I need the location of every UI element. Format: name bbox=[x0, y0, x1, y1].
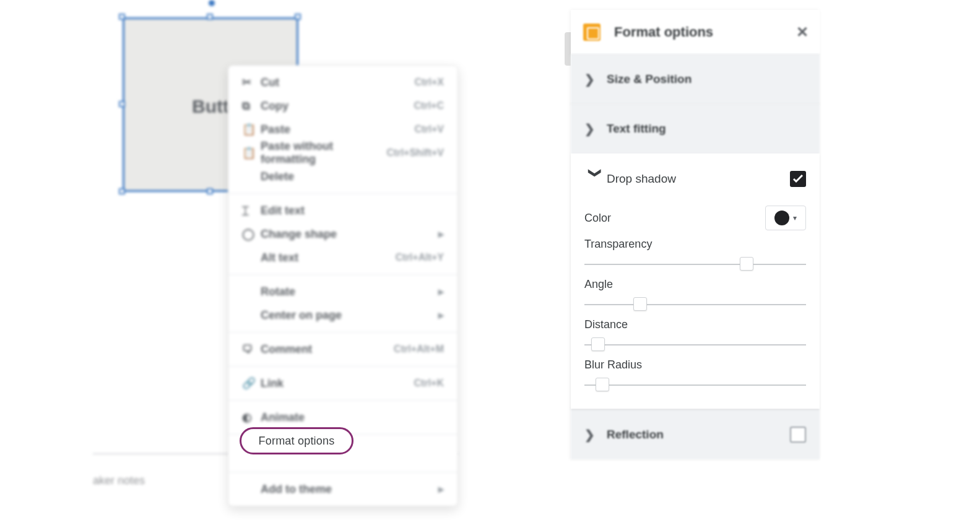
slider-label: Angle bbox=[584, 278, 806, 291]
color-swatch-circle bbox=[774, 211, 789, 225]
section-text-fitting[interactable]: ❯ Text fitting bbox=[571, 104, 820, 154]
menu-separator bbox=[228, 193, 457, 194]
menu-shortcut: Ctrl+Alt+M bbox=[394, 344, 444, 355]
menu-shortcut: Ctrl+K bbox=[414, 378, 444, 389]
slider-angle: Angle bbox=[584, 278, 806, 312]
resize-handle-w[interactable] bbox=[119, 101, 125, 107]
menu-separator bbox=[228, 274, 457, 275]
slider-thumb[interactable] bbox=[596, 378, 609, 391]
panel-drag-handle[interactable] bbox=[565, 32, 571, 66]
drop-shadow-toggle[interactable] bbox=[790, 171, 806, 187]
chevron-right-icon: ❯ bbox=[584, 427, 607, 442]
color-row: Color ▾ bbox=[584, 204, 806, 232]
rotation-handle[interactable] bbox=[209, 0, 215, 6]
section-label: Size & Position bbox=[607, 72, 806, 86]
paste-plain-icon: 📋 bbox=[242, 146, 261, 160]
speaker-notes-label: aker notes bbox=[93, 474, 145, 487]
menu-shortcut: Ctrl+V bbox=[414, 124, 444, 135]
animate-icon: ◐ bbox=[242, 411, 261, 424]
cut-icon: ✂ bbox=[242, 76, 261, 89]
slider-distance: Distance bbox=[584, 318, 806, 352]
slider-track[interactable] bbox=[584, 297, 806, 312]
section-label: Reflection bbox=[607, 428, 790, 441]
slider-label: Blur Radius bbox=[584, 358, 806, 371]
track-line bbox=[584, 344, 806, 345]
menu-item-edit-text[interactable]: ⌶ Edit text bbox=[228, 199, 457, 222]
resize-handle-n[interactable] bbox=[207, 14, 213, 20]
menu-separator bbox=[228, 332, 457, 332]
menu-label: Center on page bbox=[261, 309, 438, 322]
menu-label: Change shape bbox=[261, 228, 438, 241]
chevron-down-icon: ▾ bbox=[793, 214, 797, 222]
menu-shortcut: Ctrl+X bbox=[414, 77, 444, 88]
menu-label: Copy bbox=[261, 100, 414, 113]
slider-thumb[interactable] bbox=[740, 257, 753, 271]
format-options-label: Format options bbox=[259, 435, 335, 448]
color-label: Color bbox=[584, 212, 611, 225]
menu-item-rotate[interactable]: Rotate ▸ bbox=[228, 280, 457, 303]
copy-icon: ⧉ bbox=[242, 100, 261, 113]
menu-item-paste[interactable]: 📋 Paste Ctrl+V bbox=[228, 118, 457, 141]
slider-label: Transparency bbox=[584, 238, 806, 251]
menu-item-animate[interactable]: ◐ Animate bbox=[228, 406, 457, 429]
slider-thumb[interactable] bbox=[633, 297, 647, 311]
section-drop-shadow: ❯ Drop shadow Color ▾ Transparency Angle bbox=[571, 154, 820, 409]
menu-label: Cut bbox=[261, 76, 414, 89]
slider-track[interactable] bbox=[584, 257, 806, 272]
slider-thumb[interactable] bbox=[591, 337, 605, 351]
slider-track[interactable] bbox=[584, 337, 806, 352]
reflection-toggle[interactable] bbox=[790, 427, 806, 443]
track-line bbox=[584, 304, 806, 305]
resize-handle-nw[interactable] bbox=[119, 14, 125, 20]
menu-separator bbox=[228, 472, 457, 472]
menu-label: Delete bbox=[261, 170, 444, 183]
color-picker[interactable]: ▾ bbox=[765, 206, 806, 230]
comment-icon: 🗨 bbox=[242, 343, 261, 356]
menu-separator bbox=[228, 400, 457, 401]
track-line bbox=[584, 264, 806, 265]
submenu-indicator-icon: ▸ bbox=[438, 285, 444, 298]
menu-label: Animate bbox=[261, 411, 444, 424]
section-reflection[interactable]: ❯ Reflection bbox=[571, 409, 820, 459]
menu-item-copy[interactable]: ⧉ Copy Ctrl+C bbox=[228, 94, 457, 118]
menu-shortcut: Ctrl+Alt+Y bbox=[396, 252, 444, 263]
menu-item-delete[interactable]: Delete bbox=[228, 165, 457, 188]
menu-item-center[interactable]: Center on page ▸ bbox=[228, 303, 457, 327]
section-label: Text fitting bbox=[607, 122, 806, 136]
menu-item-link[interactable]: 🔗 Link Ctrl+K bbox=[228, 371, 457, 395]
section-label: Drop shadow bbox=[607, 172, 790, 186]
menu-label: Add to theme bbox=[261, 483, 438, 496]
menu-label: Rotate bbox=[261, 285, 438, 298]
resize-handle-s[interactable] bbox=[207, 188, 213, 194]
resize-handle-ne[interactable] bbox=[295, 14, 301, 20]
resize-handle-sw[interactable] bbox=[119, 188, 125, 194]
submenu-indicator-icon: ▸ bbox=[438, 308, 444, 322]
paste-icon: 📋 bbox=[242, 123, 261, 136]
menu-shortcut: Ctrl+Shift+V bbox=[387, 147, 444, 159]
slider-track[interactable] bbox=[584, 378, 806, 393]
menu-separator bbox=[228, 366, 457, 367]
menu-item-cut[interactable]: ✂ Cut Ctrl+X bbox=[228, 71, 457, 94]
menu-item-add-to-theme[interactable]: Add to theme ▸ bbox=[228, 477, 457, 501]
menu-label: Comment bbox=[261, 343, 394, 356]
menu-label: Link bbox=[261, 377, 414, 390]
submenu-indicator-icon: ▸ bbox=[438, 227, 444, 241]
menu-item-alt-text[interactable]: Alt text Ctrl+Alt+Y bbox=[228, 246, 457, 269]
slider-blur-radius: Blur Radius bbox=[584, 358, 806, 393]
menu-label: Edit text bbox=[261, 204, 444, 217]
panel-title: Format options bbox=[614, 24, 796, 40]
menu-item-comment[interactable]: 🗨 Comment Ctrl+Alt+M bbox=[228, 337, 457, 361]
close-icon[interactable]: ✕ bbox=[796, 24, 809, 41]
slider-label: Distance bbox=[584, 318, 806, 331]
slider-transparency: Transparency bbox=[584, 238, 806, 272]
menu-label: Alt text bbox=[261, 251, 396, 264]
format-options-callout[interactable]: Format options bbox=[240, 427, 353, 454]
drop-shadow-header[interactable]: ❯ Drop shadow bbox=[584, 154, 806, 204]
change-shape-icon: ◯ bbox=[242, 227, 261, 241]
section-size-position[interactable]: ❯ Size & Position bbox=[571, 54, 820, 104]
menu-item-change-shape[interactable]: ◯ Change shape ▸ bbox=[228, 222, 457, 246]
format-options-icon bbox=[583, 24, 601, 41]
menu-item-paste-plain[interactable]: 📋 Paste without formatting Ctrl+Shift+V bbox=[228, 141, 457, 165]
edit-text-icon: ⌶ bbox=[242, 204, 261, 217]
chevron-down-icon: ❯ bbox=[588, 168, 603, 190]
